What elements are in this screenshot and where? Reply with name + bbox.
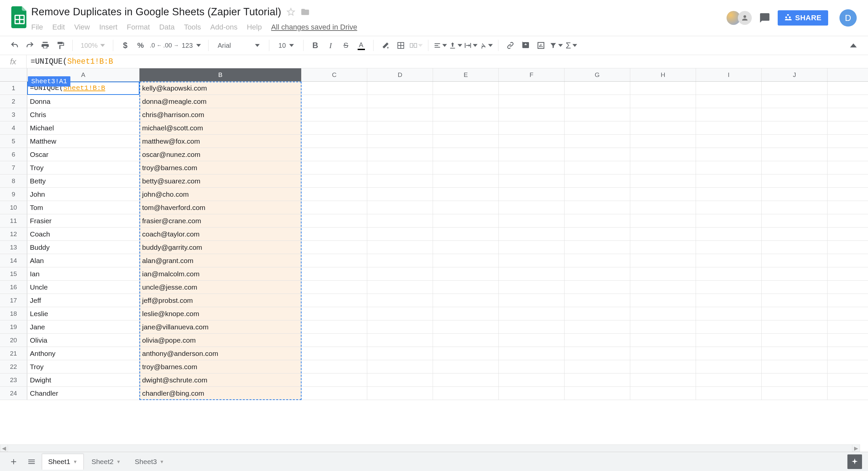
cell[interactable]	[302, 81, 367, 95]
cell[interactable]	[433, 254, 499, 267]
cell[interactable]	[367, 122, 433, 134]
cell[interactable]	[433, 373, 499, 386]
cell[interactable]	[696, 307, 762, 320]
cell[interactable]: troy@barnes.com	[140, 161, 302, 174]
cell[interactable]	[433, 122, 499, 134]
menu-insert[interactable]: Insert	[99, 23, 118, 32]
cell[interactable]	[762, 148, 828, 161]
cell[interactable]	[433, 360, 499, 373]
italic-button[interactable]: I	[324, 39, 337, 52]
cell[interactable]: Donna	[27, 95, 140, 108]
cell[interactable]: alan@grant.com	[140, 254, 302, 267]
cell[interactable]: John	[27, 188, 140, 201]
cell[interactable]	[433, 135, 499, 147]
cell[interactable]: Chris	[27, 108, 140, 121]
cell[interactable]	[433, 214, 499, 227]
collapse-toolbar-button[interactable]	[847, 39, 860, 52]
cell[interactable]	[564, 347, 630, 360]
menu-data[interactable]: Data	[159, 23, 174, 32]
column-header-H[interactable]: H	[630, 68, 696, 81]
merge-cells-button[interactable]	[409, 39, 423, 52]
cell[interactable]	[696, 174, 762, 188]
cell[interactable]	[564, 228, 630, 240]
comments-icon[interactable]	[759, 12, 770, 24]
cell[interactable]	[564, 148, 630, 161]
cell[interactable]	[499, 174, 564, 188]
cell[interactable]	[367, 280, 433, 294]
cell[interactable]	[302, 188, 367, 201]
cell[interactable]	[696, 387, 762, 400]
cell[interactable]	[433, 294, 499, 307]
text-color-button[interactable]: A	[354, 39, 368, 52]
cell[interactable]	[630, 241, 696, 254]
column-header-I[interactable]: I	[696, 68, 762, 81]
cell[interactable]	[762, 161, 828, 174]
cell[interactable]: Matthew	[27, 135, 140, 147]
font-dropdown[interactable]: Arial	[214, 42, 264, 49]
cell[interactable]	[433, 334, 499, 347]
cell[interactable]	[499, 188, 564, 201]
cell[interactable]: jane@villanueva.com	[140, 321, 302, 333]
cell[interactable]	[696, 95, 762, 108]
row-header[interactable]: 21	[0, 347, 27, 360]
cell[interactable]	[302, 201, 367, 214]
cell[interactable]: uncle@jesse.com	[140, 280, 302, 294]
cell[interactable]	[630, 161, 696, 174]
cell[interactable]	[302, 95, 367, 108]
cell[interactable]	[762, 373, 828, 386]
cell[interactable]	[630, 228, 696, 240]
row-header[interactable]: 15	[0, 267, 27, 280]
cell[interactable]	[696, 228, 762, 240]
vertical-align-button[interactable]	[449, 39, 462, 52]
cell[interactable]	[564, 188, 630, 201]
row-header[interactable]: 7	[0, 161, 27, 174]
cell[interactable]	[630, 267, 696, 280]
cell[interactable]	[433, 321, 499, 333]
redo-button[interactable]	[23, 39, 36, 52]
cell[interactable]: Uncle	[27, 280, 140, 294]
cell[interactable]	[762, 81, 828, 95]
increase-decimal-button[interactable]: .00 →	[164, 39, 178, 52]
cell[interactable]	[762, 280, 828, 294]
cell[interactable]: Jeff	[27, 294, 140, 307]
insert-comment-button[interactable]	[519, 39, 532, 52]
cell[interactable]: leslie@knope.com	[140, 307, 302, 320]
row-header[interactable]: 8	[0, 174, 27, 188]
cell[interactable]	[696, 188, 762, 201]
cell[interactable]	[630, 108, 696, 121]
bold-button[interactable]: B	[309, 39, 322, 52]
cell[interactable]	[302, 122, 367, 134]
cell[interactable]	[696, 148, 762, 161]
cell[interactable]	[564, 161, 630, 174]
cell[interactable]	[762, 241, 828, 254]
cell[interactable]	[433, 387, 499, 400]
cell[interactable]	[630, 174, 696, 188]
cell[interactable]: Anthony	[27, 347, 140, 360]
cell[interactable]	[696, 321, 762, 333]
cell[interactable]	[630, 81, 696, 95]
row-header[interactable]: 14	[0, 254, 27, 267]
collaborator-anonymous-icon[interactable]	[738, 11, 752, 25]
cell[interactable]	[564, 95, 630, 108]
cell[interactable]	[302, 267, 367, 280]
cell[interactable]	[630, 294, 696, 307]
cell[interactable]	[499, 387, 564, 400]
row-header[interactable]: 22	[0, 360, 27, 373]
cell[interactable]	[433, 174, 499, 188]
cell[interactable]	[696, 267, 762, 280]
row-header[interactable]: 24	[0, 387, 27, 400]
sheet-tab-dropdown-icon[interactable]: ▼	[116, 459, 121, 464]
cell[interactable]	[762, 307, 828, 320]
menu-help[interactable]: Help	[247, 23, 262, 32]
cell[interactable]	[762, 360, 828, 373]
cell[interactable]	[696, 360, 762, 373]
cell[interactable]: Troy	[27, 161, 140, 174]
cell[interactable]	[564, 334, 630, 347]
scroll-right-button[interactable]: ▶	[852, 444, 860, 452]
filter-button[interactable]	[550, 39, 563, 52]
cell[interactable]	[564, 387, 630, 400]
cell[interactable]	[367, 135, 433, 147]
decrease-decimal-button[interactable]: .0 ←	[149, 39, 162, 52]
cell[interactable]	[367, 307, 433, 320]
cell[interactable]: oscar@nunez.com	[140, 148, 302, 161]
